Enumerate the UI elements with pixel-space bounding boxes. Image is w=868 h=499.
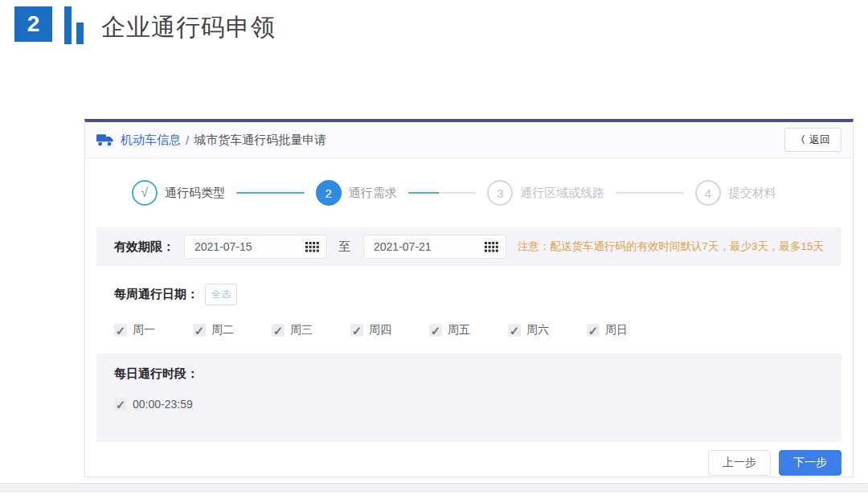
start-date-input[interactable]: 2021-07-15 [184, 235, 327, 259]
breadcrumb-page: 城市货车通行码批量申请 [194, 133, 326, 148]
weekday-checkbox-fri[interactable]: ✓ 周五 [429, 323, 470, 337]
check-icon: ✓ [114, 398, 127, 411]
page-title: 企业通行码申领 [101, 11, 276, 44]
weekday-checkbox-group: ✓ 周一 ✓ 周二 ✓ 周三 ✓ 周四 ✓ 周五 [114, 323, 824, 337]
page-header: 2 企业通行码申领 [14, 6, 276, 44]
start-date-value: 2021-07-15 [185, 240, 305, 253]
truck-icon [96, 133, 114, 147]
stepper-connector-3 [616, 192, 684, 194]
step-1-label: 通行码类型 [165, 186, 225, 201]
check-icon: ✓ [429, 324, 442, 337]
decor-bar-tall [64, 6, 72, 44]
step-pass-type[interactable]: √ 通行码类型 [132, 180, 225, 206]
step-2-label: 通行需求 [349, 186, 397, 201]
breadcrumb-section[interactable]: 机动车信息 [121, 133, 181, 148]
weekday-checkbox-mon[interactable]: ✓ 周一 [114, 323, 155, 337]
calendar-grid-icon[interactable] [485, 242, 506, 252]
weekday-checkbox-wed[interactable]: ✓ 周三 [272, 323, 313, 337]
card-footer: 上一步 下一步 [85, 442, 853, 484]
step-pass-demand[interactable]: 2 通行需求 [316, 180, 397, 206]
weekday-checkbox-thu[interactable]: ✓ 周四 [350, 323, 391, 337]
weekday-checkbox-tue[interactable]: ✓ 周二 [193, 323, 234, 337]
weekly-days-label: 每周通行日期： [114, 287, 199, 302]
check-icon: ✓ [350, 324, 363, 337]
card-header: 机动车信息 / 城市货车通行码批量申请 〈 返回 [85, 122, 853, 158]
back-button[interactable]: 〈 返回 [784, 128, 841, 152]
check-icon: ✓ [114, 324, 127, 337]
check-icon: ✓ [508, 324, 521, 337]
back-chevron-icon: 〈 [796, 133, 805, 147]
calendar-grid-icon[interactable] [305, 242, 326, 252]
validity-period-row: 有效期限： 2021-07-15 至 2021-07-21 [96, 227, 841, 266]
next-step-button[interactable]: 下一步 [779, 450, 841, 476]
daily-time-label: 每日通行时段： [114, 366, 199, 380]
validity-label: 有效期限： [114, 239, 174, 255]
time-range-value: 00:00-23:59 [133, 398, 193, 411]
step-submit-materials[interactable]: 4 提交材料 [695, 180, 776, 206]
daily-time-row: 每日通行时段： ✓ 00:00-23:59 [96, 354, 841, 442]
breadcrumb-separator: / [186, 133, 189, 147]
weekday-checkbox-sat[interactable]: ✓ 周六 [508, 323, 549, 337]
check-icon: ✓ [193, 324, 206, 337]
stepper: √ 通行码类型 2 通行需求 3 通行区域或线路 4 提交材料 [85, 158, 853, 227]
time-range-checkbox[interactable]: ✓ 00:00-23:59 [114, 398, 193, 411]
decor-bar-short [76, 22, 84, 44]
step-4-label: 提交材料 [728, 186, 776, 201]
back-button-label: 返回 [809, 133, 830, 147]
stepper-connector-2 [408, 192, 477, 194]
step-area-or-route[interactable]: 3 通行区域或线路 [487, 180, 604, 206]
previous-step-button[interactable]: 上一步 [708, 450, 771, 476]
check-icon: ✓ [587, 324, 600, 337]
step-2-circle: 2 [316, 180, 342, 206]
select-all-button[interactable]: 全选 [205, 284, 237, 305]
date-range-to-label: 至 [338, 239, 350, 255]
weekday-checkbox-sun[interactable]: ✓ 周日 [587, 323, 628, 337]
form-rows: 有效期限： 2021-07-15 至 2021-07-21 [85, 227, 853, 442]
stepper-connector-1 [236, 192, 305, 194]
step-4-circle: 4 [695, 180, 721, 206]
step-3-circle: 3 [487, 180, 513, 206]
section-number-badge: 2 [14, 6, 52, 42]
step-3-label: 通行区域或线路 [520, 186, 604, 201]
step-1-circle: √ [132, 180, 158, 206]
end-date-value: 2021-07-21 [364, 240, 485, 253]
check-icon: ✓ [272, 324, 285, 337]
weekly-days-row: 每周通行日期： 全选 ✓ 周一 ✓ 周二 ✓ 周三 ✓ 周四 [96, 272, 841, 354]
application-card: 机动车信息 / 城市货车通行码批量申请 〈 返回 √ 通行码类型 2 通行需求 … [84, 119, 854, 477]
end-date-input[interactable]: 2021-07-21 [363, 235, 506, 259]
page-bottom-divider [0, 483, 868, 493]
validity-note: 注意：配送货车通行码的有效时间默认7天，最少3天，最多15天 [518, 239, 824, 254]
